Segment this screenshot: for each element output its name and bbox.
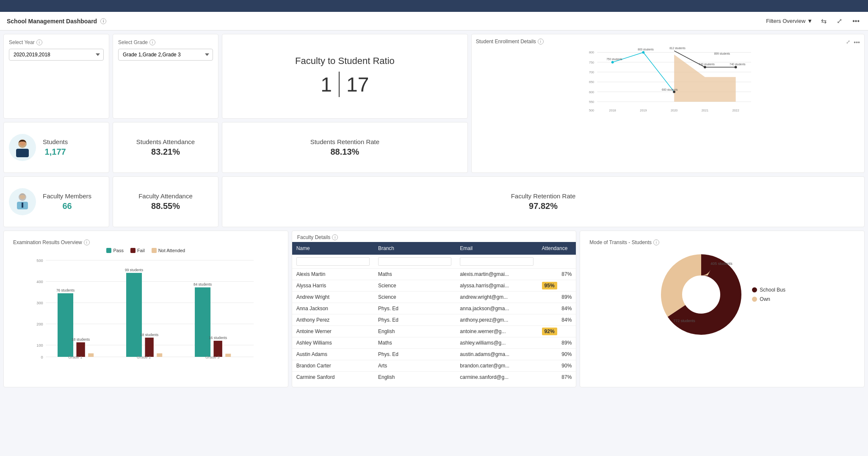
grade3-fail-bar	[214, 341, 222, 357]
svg-text:800 students: 800 students	[638, 48, 654, 51]
faculty-table-wrapper[interactable]: Name Branch Email Attendance	[292, 242, 576, 382]
grade3-not-attended-bar	[225, 354, 231, 357]
ratio-left: 1	[321, 73, 332, 96]
svg-text:750: 750	[589, 61, 594, 64]
faculty-attendance-cell: 95%	[538, 280, 576, 292]
faculty-table: Name Branch Email Attendance	[292, 242, 576, 382]
transit-title: Mode of Transits - Students i	[584, 235, 860, 248]
enrollment-expand-icon[interactable]: ⤢	[846, 39, 850, 46]
faculty-name-cell: Anna Jackson	[292, 303, 374, 314]
faculty-table-row: Anthony PerezPhys. Edanthony.perez@gm...…	[292, 314, 576, 326]
grade1-pass-bar	[58, 293, 73, 357]
svg-text:500: 500	[36, 259, 43, 263]
faculty-branch-cell: Phys. Ed	[374, 349, 456, 360]
svg-text:2018: 2018	[609, 108, 616, 112]
faculty-retention-card: Faculty Retention Rate 97.82%	[222, 176, 865, 227]
svg-point-20	[642, 51, 644, 54]
col-branch: Branch	[374, 242, 456, 255]
school-bus-label: School Bus	[760, 287, 785, 293]
svg-point-22	[704, 66, 706, 69]
students-retention-value: 88.13%	[330, 147, 359, 157]
svg-text:18 students: 18 students	[72, 337, 90, 342]
filter-branch-input[interactable]	[378, 257, 451, 266]
bottom-section: Examination Results Overview i Pass Fail…	[3, 231, 865, 387]
faculty-email-cell: austin.adams@gma...	[456, 349, 537, 360]
student-avatar-svg	[12, 137, 33, 158]
svg-text:Grade 3: Grade 3	[205, 355, 219, 359]
faculty-name-cell: Alyssa Harris	[292, 280, 374, 292]
ratio-divider	[339, 72, 340, 97]
svg-text:812 students: 812 students	[669, 47, 686, 50]
more-options-button[interactable]: •••	[851, 17, 861, 26]
faculty-branch-cell: Maths	[374, 269, 456, 280]
faculty-attendance-label: Faculty Attendance	[138, 192, 193, 200]
ratio-right: 17	[346, 73, 369, 96]
faculty-name-cell: Austin Adams	[292, 349, 374, 360]
faculty-attendance-value: 88.55%	[151, 201, 180, 211]
col-attendance: Attendance	[538, 242, 576, 255]
faculty-table-body: Alexis MartinMathsalexis.martin@gmai...8…	[292, 269, 576, 382]
svg-text:100: 100	[36, 343, 43, 348]
faculty-email-cell: antoine.werner@g...	[456, 326, 537, 337]
grade2-pass-bar	[126, 273, 142, 357]
pass-dot	[106, 248, 111, 253]
svg-text:Grade 1: Grade 1	[68, 355, 82, 359]
dashboard-title: School Management Dashboard	[7, 18, 97, 25]
year-info-icon: i	[36, 39, 42, 45]
faculty-email-cell: brandon.carter@gm...	[456, 360, 537, 372]
svg-text:700: 700	[589, 70, 594, 74]
donut-area: 772 students 405 students School Bus Own	[584, 252, 860, 337]
filter-name-input[interactable]	[296, 257, 370, 266]
svg-text:650: 650	[589, 80, 594, 84]
filter-email-input[interactable]	[460, 257, 533, 266]
svg-rect-32	[16, 149, 29, 157]
header-right: Filters Overview ▼ ⇆ ⤢ •••	[766, 16, 861, 26]
svg-text:76 students: 76 students	[56, 288, 75, 292]
expand-icon-button[interactable]: ⤢	[835, 16, 844, 26]
faculty-branch-cell: English	[374, 326, 456, 337]
svg-text:200: 200	[36, 322, 43, 326]
faculty-branch-cell: Arts	[374, 360, 456, 372]
legend-fail: Fail	[130, 248, 145, 253]
filters-btn-label: Filters Overview	[766, 18, 805, 24]
faculty-attendance-cell: 89%	[538, 337, 576, 349]
faculty-table-row: Anna JacksonPhys. Edanna.jackson@gma...8…	[292, 303, 576, 314]
donut-legend: School Bus Own	[752, 287, 785, 302]
faculty-table-row: Antoine WernerEnglishantoine.werner@g...…	[292, 326, 576, 337]
grade3-pass-bar	[195, 287, 210, 357]
faculty-label: Faculty Members	[43, 192, 91, 200]
faculty-branch-cell: Science	[374, 280, 456, 292]
not-attended-dot	[152, 248, 157, 253]
school-bus-legend: School Bus	[752, 287, 785, 293]
own-label: Own	[760, 296, 770, 302]
own-legend: Own	[752, 296, 785, 302]
svg-text:772 students: 772 students	[674, 319, 696, 323]
svg-text:800: 800	[589, 50, 594, 54]
enrollment-more-icon[interactable]: •••	[854, 39, 860, 46]
svg-text:99 students: 99 students	[125, 268, 143, 272]
transit-info-icon: i	[653, 239, 659, 245]
filters-overview-button[interactable]: Filters Overview ▼	[766, 18, 813, 24]
grade-select[interactable]: Grade 1,Grade 2,Grade 3	[118, 49, 213, 61]
ratio-title: Faculty to Student Ratio	[295, 56, 395, 67]
header-left: School Management Dashboard i	[7, 18, 106, 25]
faculty-attendance-cell: 84%	[538, 303, 576, 314]
faculty-table-row: Carmine SanfordEnglishcarmine.sanford@g.…	[292, 372, 576, 382]
faculty-table-row: Austin AdamsPhys. Edaustin.adams@gma...9…	[292, 349, 576, 360]
svg-text:16 students: 16 students	[209, 336, 227, 340]
faculty-table-row: Alyssa HarrisSciencealyssa.harris@gmai..…	[292, 280, 576, 292]
grade1-not-attended-bar	[88, 353, 94, 357]
year-select[interactable]: 2020,2019,2018	[9, 49, 104, 61]
legend-not-attended: Not Attended	[152, 248, 185, 253]
faculty-attendance-cell: 84%	[538, 314, 576, 326]
transit-card: Mode of Transits - Students i	[580, 231, 865, 387]
link-icon-button[interactable]: ⇆	[819, 16, 828, 26]
faculty-details-card: Faculty Details i Name Branch Email Atte…	[292, 231, 577, 387]
grade2-fail-bar	[145, 338, 153, 357]
faculty-table-row: Brandon CarterArtsbrandon.carter@gm...90…	[292, 360, 576, 372]
faculty-name-cell: Antoine Werner	[292, 326, 374, 337]
students-attendance-label: Students Attendance	[136, 138, 195, 145]
svg-text:2021: 2021	[702, 108, 708, 112]
faculty-table-row: Andrew WrightScienceandrew.wright@gm...8…	[292, 292, 576, 303]
faculty-name-cell: Andrew Wright	[292, 292, 374, 303]
